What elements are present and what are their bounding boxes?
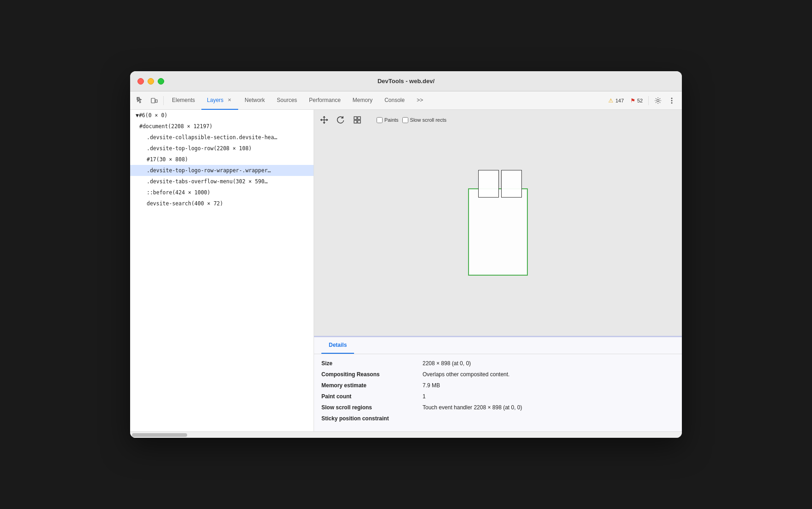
layer-item-before[interactable]: ::before(424 × 1000) <box>130 187 314 198</box>
tab-layers-close[interactable]: ✕ <box>226 97 233 103</box>
maximize-button[interactable] <box>158 78 164 85</box>
details-row-slow-scroll: Slow scroll regions Touch event handler … <box>321 402 675 413</box>
minimize-button[interactable] <box>148 78 154 85</box>
settings-button[interactable] <box>652 94 664 107</box>
layer-item-hash17[interactable]: #17(30 × 808) <box>130 154 314 165</box>
svg-rect-1 <box>151 98 155 103</box>
more-tabs-button[interactable]: >> <box>411 91 429 110</box>
devtools-window: DevTools - web.dev/ Elements Layers ✕ N <box>130 71 682 438</box>
svg-point-5 <box>671 100 673 101</box>
layer-preview <box>468 170 528 276</box>
svg-point-3 <box>657 99 659 102</box>
preview-outer <box>468 188 528 276</box>
titlebar: DevTools - web.dev/ <box>130 71 682 91</box>
error-icon: ⚑ <box>630 97 635 104</box>
more-options-button[interactable] <box>665 94 678 107</box>
close-button[interactable] <box>137 78 144 85</box>
layer-item-wrapper[interactable]: .devsite-top-logo-row-wrapper-.wrapper… <box>130 165 314 176</box>
details-row-sticky: Sticky position constraint <box>321 413 675 424</box>
main-content: ▼#6(0 × 0) #document(2208 × 12197) .devs… <box>130 110 682 431</box>
preview-inner2 <box>501 170 522 198</box>
traffic-lights <box>137 78 164 85</box>
details-row-compositing: Compositing Reasons Overlaps other compo… <box>321 369 675 380</box>
layer-item-search[interactable]: devsite-search(400 × 72) <box>130 198 314 209</box>
warning-icon: ⚠ <box>608 97 613 104</box>
svg-point-6 <box>671 102 673 103</box>
details-row-paint-count: Paint count 1 <box>321 391 675 402</box>
canvas-preview-area <box>314 110 682 336</box>
tab-elements[interactable]: Elements <box>166 91 200 110</box>
preview-inner1 <box>478 170 499 198</box>
right-panel: Paints Slow scroll rects <box>314 110 682 431</box>
canvas-area[interactable]: Paints Slow scroll rects <box>314 110 682 336</box>
layer-item-document[interactable]: #document(2208 × 12197) <box>130 121 314 132</box>
details-tab-bar: Details <box>314 337 682 354</box>
horizontal-scrollbar[interactable] <box>130 431 682 438</box>
tab-sources[interactable]: Sources <box>271 91 303 110</box>
details-table: Size 2208 × 898 (at 0, 0) Compositing Re… <box>314 354 682 431</box>
error-badge[interactable]: ⚑ 52 <box>628 96 646 105</box>
details-section: Details Size 2208 × 898 (at 0, 0) Compos… <box>314 336 682 431</box>
tab-performance[interactable]: Performance <box>303 91 346 110</box>
details-tab[interactable]: Details <box>321 337 354 354</box>
toolbar: Elements Layers ✕ Network Sources Perfor… <box>130 91 682 110</box>
tab-network[interactable]: Network <box>239 91 270 110</box>
svg-point-4 <box>671 97 673 99</box>
tab-layers[interactable]: Layers ✕ <box>201 91 238 110</box>
details-row-memory: Memory estimate 7.9 MB <box>321 380 675 391</box>
device-toggle-icon[interactable] <box>148 94 160 107</box>
layer-item-collapsible[interactable]: .devsite-collapsible-section.devsite-hea… <box>130 132 314 143</box>
divider2 <box>648 96 649 105</box>
scrollbar-thumb[interactable] <box>132 433 187 437</box>
tab-memory[interactable]: Memory <box>347 91 378 110</box>
layer-item-root[interactable]: ▼#6(0 × 0) <box>130 110 314 121</box>
layer-item-tabs-overflow[interactable]: .devsite-tabs-overflow-menu(302 × 590… <box>130 176 314 187</box>
inspect-icon[interactable] <box>134 94 147 107</box>
details-row-size: Size 2208 × 898 (at 0, 0) <box>321 358 675 369</box>
svg-rect-2 <box>155 100 157 102</box>
divider <box>163 96 164 105</box>
layer-item-top-logo-row[interactable]: .devsite-top-logo-row(2208 × 108) <box>130 143 314 154</box>
layers-tree-panel: ▼#6(0 × 0) #document(2208 × 12197) .devs… <box>130 110 314 431</box>
tab-console[interactable]: Console <box>379 91 410 110</box>
window-title: DevTools - web.dev/ <box>377 78 435 85</box>
warning-badge[interactable]: ⚠ 147 <box>606 96 626 105</box>
